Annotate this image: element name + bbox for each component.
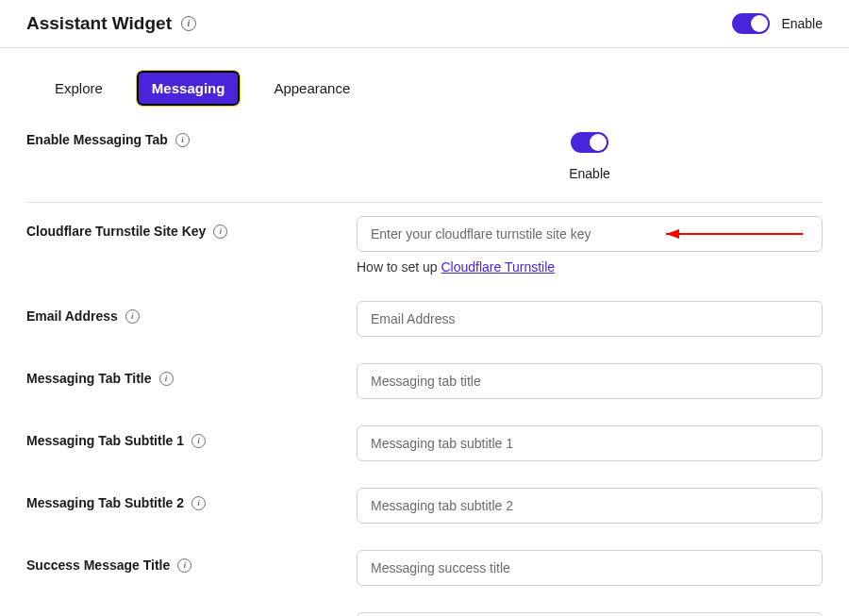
row-label: Success Message Text i xyxy=(26,612,357,616)
row-subtitle2: Messaging Tab Subtitle 2 i xyxy=(26,474,823,537)
label-text: Messaging Tab Subtitle 1 xyxy=(26,433,184,448)
header-toggle-wrap: Enable xyxy=(732,13,823,34)
row-label: Messaging Tab Subtitle 2 i xyxy=(26,488,357,510)
info-icon[interactable]: i xyxy=(159,372,174,386)
row-email: Email Address i xyxy=(26,288,823,350)
row-control xyxy=(357,301,823,337)
row-success-text: Success Message Text i xyxy=(26,599,823,616)
toggle-knob xyxy=(590,134,607,151)
row-control xyxy=(357,363,823,399)
row-tab-title: Messaging Tab Title i xyxy=(26,350,823,412)
label-text: Cloudflare Turnstile Site Key xyxy=(26,224,206,239)
turnstile-helper: How to set up Cloudflare Turnstile xyxy=(357,259,823,275)
cloudflare-turnstile-link[interactable]: Cloudflare Turnstile xyxy=(441,259,556,275)
row-success-title: Success Message Title i xyxy=(26,537,823,599)
page-header: Assistant Widget i Enable xyxy=(0,0,849,48)
page-title: Assistant Widget xyxy=(26,13,172,34)
row-label: Enable Messaging Tab i xyxy=(26,132,357,147)
row-control xyxy=(357,425,823,461)
row-turnstile-key: Cloudflare Turnstile Site Key i How to s… xyxy=(26,203,823,288)
tabs-bar: Explore Messaging Appearance xyxy=(0,48,849,125)
info-icon[interactable]: i xyxy=(175,133,190,147)
subtitle1-input[interactable] xyxy=(357,425,823,461)
info-icon[interactable]: i xyxy=(213,225,227,239)
enable-widget-label: Enable xyxy=(781,16,823,31)
success-title-input[interactable] xyxy=(357,550,823,586)
row-subtitle1: Messaging Tab Subtitle 1 i xyxy=(26,412,823,474)
row-label: Messaging Tab Title i xyxy=(26,363,357,386)
row-label: Email Address i xyxy=(26,301,357,324)
tab-messaging[interactable]: Messaging xyxy=(137,71,241,106)
row-control xyxy=(357,550,823,586)
tab-title-input[interactable] xyxy=(357,363,823,399)
row-label: Cloudflare Turnstile Site Key i xyxy=(26,216,357,239)
info-icon[interactable]: i xyxy=(191,496,206,510)
label-text: Messaging Tab Subtitle 2 xyxy=(26,495,184,510)
label-text: Email Address xyxy=(26,308,118,324)
enable-messaging-label: Enable xyxy=(569,166,610,181)
row-control xyxy=(357,488,823,524)
input-wrap xyxy=(357,216,823,252)
page-title-wrap: Assistant Widget i xyxy=(26,13,196,34)
tab-appearance[interactable]: Appearance xyxy=(260,73,363,104)
settings-content: Enable Messaging Tab i Enable Cloudflare… xyxy=(0,125,849,616)
helper-prefix: How to set up xyxy=(357,259,441,275)
subtitle2-input[interactable] xyxy=(357,488,823,524)
toggle-knob xyxy=(751,15,768,32)
info-icon[interactable]: i xyxy=(191,434,206,448)
email-input[interactable] xyxy=(357,301,823,337)
row-label: Success Message Title i xyxy=(26,550,357,573)
label-text: Enable Messaging Tab xyxy=(26,132,168,147)
info-icon[interactable]: i xyxy=(177,558,191,573)
turnstile-key-input[interactable] xyxy=(357,216,823,252)
row-control xyxy=(357,612,823,616)
info-icon[interactable]: i xyxy=(125,309,140,324)
enable-messaging-toggle[interactable] xyxy=(571,132,608,153)
label-text: Success Message Title xyxy=(26,558,170,573)
row-label: Messaging Tab Subtitle 1 i xyxy=(26,425,357,448)
success-text-input[interactable] xyxy=(357,612,823,616)
row-control: Enable xyxy=(357,132,823,181)
info-icon[interactable]: i xyxy=(181,16,196,31)
enable-widget-toggle[interactable] xyxy=(732,13,770,34)
row-control: How to set up Cloudflare Turnstile xyxy=(357,216,823,275)
tab-explore[interactable]: Explore xyxy=(42,73,116,104)
label-text: Messaging Tab Title xyxy=(26,371,152,386)
row-enable-messaging: Enable Messaging Tab i Enable xyxy=(26,125,823,202)
